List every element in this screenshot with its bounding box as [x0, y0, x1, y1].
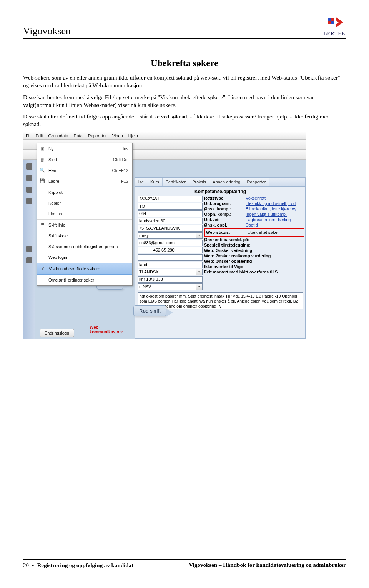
leftbar-icon[interactable] — [26, 198, 32, 204]
left-form-col: ▾ ▾ ▾ — [135, 195, 203, 291]
label: Spesiell tilrettelegging: — [204, 243, 251, 247]
blank-icon — [39, 189, 45, 195]
web-status-label: Web-status: — [206, 230, 248, 235]
svg-marker-0 — [328, 18, 331, 21]
field[interactable] — [138, 254, 203, 261]
doc-icon: ▣ — [39, 146, 45, 152]
menu-item-label: Lagre — [48, 179, 59, 183]
label: Felt markert med blått overføres til S — [204, 270, 278, 274]
menu-item-skiftlinje[interactable]: ≣ Skift linje — [37, 220, 132, 230]
label: Ikke overfør til Vigo — [204, 264, 243, 269]
menu-item-slett[interactable]: 🗑 Slett Ctrl+Del — [37, 154, 132, 165]
tab[interactable]: Rapporter — [244, 178, 269, 186]
menu-hjelp[interactable]: Hjelp — [128, 133, 138, 138]
menu-item-viskun[interactable]: ✔ Vis kun ubekreftede søkere — [37, 263, 132, 275]
blank-icon — [39, 277, 45, 283]
value[interactable]: -Teknikk og industriell prod — [246, 201, 304, 206]
leftbar-icon[interactable] — [26, 163, 32, 170]
value[interactable]: Fagbrev/ordinær lærling — [246, 217, 304, 222]
value[interactable]: Ingen valgt sluttkomp. — [246, 212, 304, 217]
field[interactable] — [138, 240, 203, 246]
menu-rapporter[interactable]: Rapporter — [88, 133, 107, 138]
menu-item-label: Omgjør til ordinær søker — [48, 278, 94, 282]
menu-item-weblogin[interactable]: Web login — [37, 252, 132, 263]
tab[interactable]: Sertifikater — [163, 178, 189, 186]
blank-icon — [39, 254, 45, 260]
menu-item-skiftskole[interactable]: Skift skole — [37, 230, 132, 241]
logo: JÆRTEK — [323, 15, 346, 37]
menu-item-lagre[interactable]: 💾 Lagre F12 — [37, 176, 132, 187]
right-info-col: Rettstype:Voksenrett Utd.program:-Teknik… — [203, 195, 305, 291]
blank-icon — [39, 211, 45, 217]
chevron-down-icon[interactable]: ▾ — [196, 232, 203, 239]
menu-item-hent[interactable]: 🔍 Hent Ctrl+F12 — [37, 165, 132, 176]
menu-item-label: Vis kun ubekreftede søkere — [49, 267, 100, 271]
doc-header: Vigovoksen JÆRTEK — [23, 15, 346, 39]
field[interactable] — [138, 218, 203, 224]
label: Ønsk. komp.: — [204, 207, 246, 211]
tab[interactable]: Kurs — [147, 178, 163, 186]
endringslogg-button[interactable]: Endringslogg — [40, 329, 74, 337]
svg-marker-1 — [331, 18, 334, 21]
tab[interactable]: Annen erfaring — [209, 178, 244, 186]
save-icon: 💾 — [39, 178, 45, 184]
field[interactable] — [138, 232, 196, 239]
web-status-highlight: Web-status: Ubekreftet søker — [204, 228, 304, 237]
value[interactable]: Dagtid — [246, 223, 304, 227]
leftbar-icon[interactable] — [26, 187, 32, 193]
field[interactable] — [138, 196, 203, 202]
menu-edit[interactable]: Edit — [36, 133, 43, 138]
field[interactable] — [138, 276, 203, 283]
value[interactable]: Voksenrett — [246, 196, 304, 200]
field[interactable] — [138, 203, 203, 210]
field[interactable] — [138, 210, 203, 217]
leftbar-icon[interactable] — [26, 257, 32, 263]
menu-item-label: Ny — [48, 147, 53, 151]
callout-text: Rød skrift — [139, 308, 161, 314]
menubar[interactable]: Fil Edit Grunndata Data Rapporter Vindu … — [23, 132, 306, 140]
tab-strip: lse Kurs Sertifikater Praksis Annen erfa… — [135, 178, 305, 187]
callout-rodskrift: Rød skrift — [133, 305, 166, 316]
label: Web: Ønsker realkomp.vurdering — [204, 253, 271, 258]
menu-fil[interactable]: Fil — [26, 133, 30, 138]
trash-icon: 🗑 — [39, 157, 45, 163]
search-icon: 🔍 — [39, 167, 45, 173]
field[interactable] — [138, 262, 203, 268]
menu-item-klipput[interactable]: Klipp ut — [37, 187, 132, 198]
menu-vindu[interactable]: Vindu — [112, 133, 123, 138]
label: Web: Ønsker veiledning — [204, 248, 252, 253]
panel-title: Kompetanse/opplæring — [135, 187, 305, 195]
rows-icon: ≣ — [39, 222, 45, 228]
tab[interactable]: lse — [135, 178, 147, 186]
field[interactable] — [138, 247, 203, 253]
footer-left-text: Registrering og oppfølging av kandidat — [37, 562, 134, 568]
menu-item-omgjor[interactable]: Omgjør til ordinær søker — [37, 275, 132, 285]
menu-item-label: Skift linje — [48, 223, 65, 227]
menu-data[interactable]: Data — [74, 133, 83, 138]
field[interactable] — [138, 225, 203, 232]
tab[interactable]: Praksis — [189, 178, 209, 186]
footer-left: 20 • Registrering og oppfølging av kandi… — [23, 562, 133, 569]
blank-icon — [39, 233, 45, 239]
value[interactable]: Bilmekaniker, lette kjøretøy — [246, 207, 304, 211]
leftbar-icon[interactable] — [26, 175, 32, 181]
menu-item-liminn[interactable]: Lim inn — [37, 208, 132, 220]
app-screenshot: Fil Edit Grunndata Data Rapporter Vindu … — [23, 132, 306, 339]
menu-item-ny[interactable]: ▣ Ny Ins — [37, 143, 132, 154]
menu-item-kopier[interactable]: Kopier — [37, 198, 132, 208]
logo-text: JÆRTEK — [323, 31, 346, 37]
check-icon: ✔ — [40, 266, 46, 272]
chevron-down-icon[interactable]: ▾ — [196, 269, 203, 275]
chevron-down-icon[interactable]: ▾ — [196, 283, 203, 290]
menu-grunndata[interactable]: Grunndata — [48, 133, 68, 138]
field[interactable] — [138, 269, 196, 275]
menu-item-slasammen[interactable]: Slå sammen dobbeltregistrert person — [37, 241, 132, 252]
label: Ønsk. oppl.: — [204, 223, 246, 227]
leftbar-icon[interactable] — [26, 246, 32, 252]
paragraph-2: Disse kan hentes frem med å velge Fil / … — [23, 93, 346, 109]
field[interactable] — [138, 283, 196, 290]
shortcut: Ctrl+F12 — [112, 168, 129, 173]
svg-marker-4 — [336, 17, 343, 28]
section-title: Ubekrefta søkere — [23, 58, 346, 68]
shortcut: Ins — [123, 147, 128, 151]
